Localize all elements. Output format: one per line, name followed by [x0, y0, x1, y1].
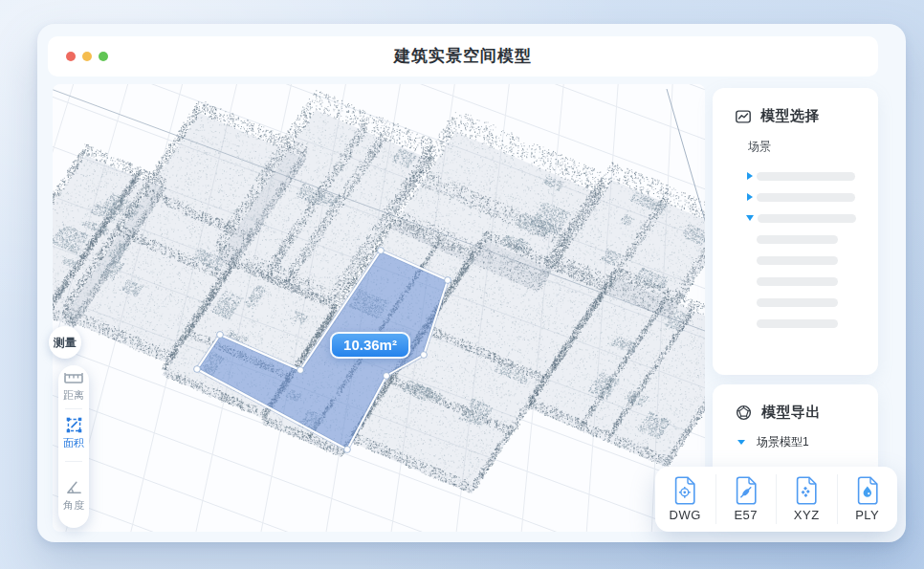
wireframe-sphere-icon	[735, 404, 753, 422]
vertex-handle[interactable]	[384, 373, 390, 380]
tool-angle-label: 角度	[58, 498, 89, 513]
chevron-right-icon[interactable]	[747, 193, 753, 201]
export-e57-button[interactable]: E57	[715, 474, 777, 524]
export-xyz-label: XYZ	[794, 508, 820, 522]
scene-item[interactable]	[713, 208, 878, 229]
selected-model-name: 场景模型1	[757, 434, 809, 450]
export-model-row[interactable]: 场景模型1	[738, 434, 878, 450]
scene-item[interactable]	[713, 165, 878, 186]
scene-subitem[interactable]	[713, 313, 878, 334]
export-dwg-button[interactable]: DWG	[655, 474, 715, 524]
ply-droplet-icon	[856, 476, 879, 505]
scene-item-list	[713, 165, 878, 334]
title-bar: 建筑实景空间模型	[48, 36, 878, 77]
divider	[65, 461, 82, 462]
vertex-handle[interactable]	[194, 366, 201, 373]
scene-item-placeholder	[758, 214, 856, 223]
model-export-header: 模型导出	[713, 384, 878, 422]
scene-subitem-placeholder	[757, 256, 838, 265]
vertex-handle[interactable]	[378, 248, 385, 254]
ruler-icon	[63, 371, 84, 386]
export-e57-label: E57	[734, 508, 758, 522]
tool-distance-button[interactable]: 距离	[58, 371, 89, 403]
vertex-handle[interactable]	[297, 367, 304, 374]
tool-area-button[interactable]: 面积	[58, 416, 89, 450]
page-title: 建筑实景空间模型	[48, 36, 878, 77]
tool-angle-button[interactable]: 角度	[58, 478, 89, 513]
dwg-crosshair-icon	[673, 476, 696, 505]
chevron-right-icon[interactable]	[747, 172, 753, 180]
vertex-handle[interactable]	[445, 277, 451, 284]
area-measurement-overlay	[53, 84, 705, 532]
scene-subitem-placeholder	[757, 277, 838, 286]
model-select-header: 模型选择	[713, 88, 878, 125]
export-ply-button[interactable]: PLY	[837, 474, 898, 524]
export-xyz-button[interactable]: XYZ	[776, 474, 837, 524]
scene-group-label: 场景	[748, 139, 878, 155]
measure-mode-button[interactable]: 测量	[49, 326, 81, 359]
page-background: 建筑实景空间模型 10.36m² 测	[0, 0, 924, 569]
export-ply-label: PLY	[855, 508, 879, 522]
area-polygon-icon	[65, 416, 83, 434]
scene-item-placeholder	[757, 193, 855, 202]
tool-distance-label: 距离	[58, 388, 89, 403]
chart-line-icon	[735, 108, 752, 125]
scene-subitem[interactable]	[713, 229, 878, 250]
scene-subitem-placeholder	[757, 319, 838, 328]
scene-subitem[interactable]	[713, 250, 878, 271]
model-select-panel: 模型选择 场景	[713, 88, 878, 375]
vertex-handle[interactable]	[344, 447, 351, 453]
chevron-down-icon[interactable]	[737, 440, 745, 445]
model-select-title: 模型选择	[760, 107, 820, 125]
export-format-bar: DWG E57	[655, 467, 897, 532]
scene-subitem-placeholder	[757, 298, 838, 307]
divider	[65, 408, 82, 409]
scene-item-placeholder	[757, 172, 855, 181]
chevron-down-icon[interactable]	[746, 215, 754, 221]
scene-subitem-placeholder	[757, 235, 838, 244]
area-measurement-badge: 10.36m²	[330, 332, 410, 359]
scene-subitem[interactable]	[713, 271, 878, 292]
app-window: 建筑实景空间模型 10.36m² 测	[37, 24, 906, 542]
e57-nib-icon	[735, 476, 758, 505]
model-viewport[interactable]: 10.36m²	[53, 84, 705, 532]
vertex-handle[interactable]	[217, 332, 224, 339]
scene-item[interactable]	[713, 186, 878, 208]
scene-subitem[interactable]	[713, 292, 878, 313]
model-export-title: 模型导出	[761, 404, 821, 422]
export-dwg-label: DWG	[670, 508, 701, 522]
xyz-points-icon	[795, 476, 818, 505]
vertex-handle[interactable]	[421, 352, 428, 359]
tool-area-label: 面积	[58, 436, 89, 450]
measure-tool-pill: 距离 面积 角度	[58, 365, 89, 528]
angle-icon	[65, 478, 83, 496]
